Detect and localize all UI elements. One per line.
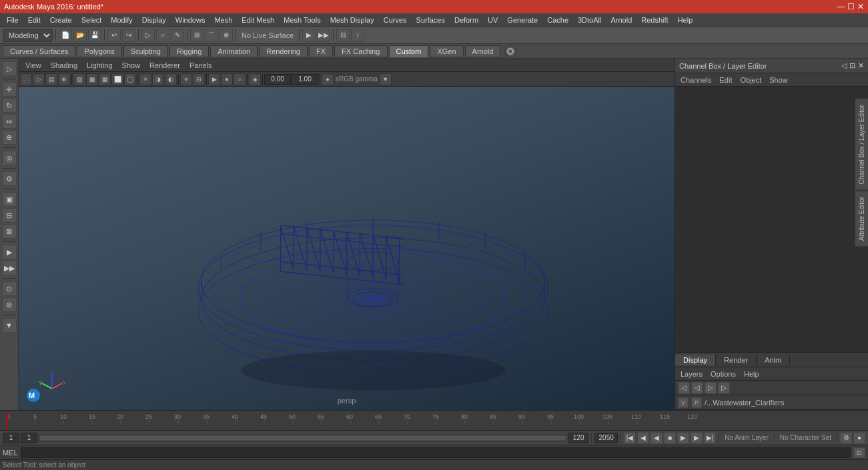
transform-tool-btn[interactable]: ⊕ <box>2 130 17 145</box>
vp-menu-view[interactable]: View <box>21 61 45 70</box>
vp-color-profile-dropdown[interactable]: ▼ <box>380 73 392 85</box>
maximize-icon[interactable]: ☐ <box>847 2 855 11</box>
paint-tool-btn[interactable]: ✎ <box>171 29 184 42</box>
tab-polygons[interactable]: Polygons <box>77 45 121 57</box>
render-all-btn[interactable]: ▶▶ <box>2 261 17 275</box>
vp-menu-shading[interactable]: Shading <box>47 61 81 70</box>
menu-modify[interactable]: Modify <box>107 15 136 25</box>
tool-settings-btn[interactable]: ⚙ <box>2 171 17 186</box>
layer-add-btn[interactable]: ◁ <box>678 382 690 394</box>
tab-arnold[interactable]: Arnold <box>465 45 501 57</box>
menu-deform[interactable]: Deform <box>450 15 482 25</box>
vp-menu-lighting[interactable]: Lighting <box>83 61 117 70</box>
snap-curve-btn[interactable]: ⌒ <box>205 29 218 42</box>
layout-btn-3[interactable]: ⊠ <box>2 224 17 239</box>
auto-key-btn[interactable]: ● <box>853 432 865 444</box>
vp-camera-btn[interactable]: 🎥 <box>20 73 32 85</box>
menu-surfaces[interactable]: Surfaces <box>412 15 449 25</box>
layer-visibility-btn[interactable]: V <box>678 397 689 408</box>
rotate-tool-btn[interactable]: ↻ <box>2 98 17 113</box>
save-scene-btn[interactable]: 💾 <box>88 29 101 42</box>
menu-file[interactable]: File <box>3 15 23 25</box>
undo-btn[interactable]: ↩ <box>107 29 121 42</box>
lp-menu-options[interactable]: Options <box>708 369 739 379</box>
layout-btn-2[interactable]: ⊟ <box>2 208 17 223</box>
panel-collapse-icon[interactable]: ◁ <box>841 61 847 70</box>
vp-render-btn[interactable]: ▶ <box>208 73 220 85</box>
menu-create[interactable]: Create <box>46 15 76 25</box>
layer-playback-btn[interactable]: P <box>691 397 702 408</box>
tab-sculpting[interactable]: Sculpting <box>123 45 168 57</box>
menu-mesh[interactable]: Mesh <box>210 15 236 25</box>
menu-redshift[interactable]: Redshift <box>637 15 672 25</box>
tab-xgen[interactable]: XGen <box>430 45 463 57</box>
menu-select[interactable]: Select <box>77 15 106 25</box>
tab-rendering[interactable]: Rendering <box>259 45 308 57</box>
layout-btn-1[interactable]: ▣ <box>2 192 17 207</box>
rp-menu-show[interactable]: Show <box>767 75 791 85</box>
select-mode-btn[interactable]: ▷ <box>2 61 17 76</box>
side-tab-channel-box[interactable]: Channel Box / Layer Editor <box>855 99 868 191</box>
range-end-input[interactable] <box>594 433 618 443</box>
vp-shading-1-btn[interactable]: ▨ <box>73 73 85 85</box>
hypershade-btn[interactable]: ⊘ <box>2 297 17 312</box>
vp-hud-btn[interactable]: ⊟ <box>193 73 205 85</box>
menu-generate[interactable]: Generate <box>503 15 542 25</box>
menu-arnold[interactable]: Arnold <box>606 15 636 25</box>
script-editor-btn[interactable]: ⊡ <box>853 447 865 458</box>
mode-dropdown[interactable]: Modeling <box>3 29 53 42</box>
layer-next-btn[interactable]: ▷ <box>705 382 717 394</box>
vp-menu-panels[interactable]: Panels <box>185 61 216 70</box>
frame-range-bar[interactable] <box>39 435 567 441</box>
layer-end-btn[interactable]: ▷ <box>718 382 730 394</box>
minimize-icon[interactable]: — <box>837 2 845 11</box>
tab-anim[interactable]: Anim <box>757 355 790 365</box>
snap-grid-btn[interactable]: ⊞ <box>190 29 203 42</box>
vp-menu-show[interactable]: Show <box>118 61 145 70</box>
vp-shadow-btn[interactable]: ◑ <box>152 73 164 85</box>
window-controls[interactable]: — ☐ ✕ <box>837 2 864 11</box>
new-scene-btn[interactable]: 📄 <box>59 29 72 42</box>
panel-float-icon[interactable]: ⊡ <box>849 61 855 70</box>
end-frame-input[interactable] <box>568 433 588 443</box>
current-frame-input[interactable]: 1 <box>3 433 19 443</box>
timeline[interactable]: 0 5 10 15 20 25 30 35 40 <box>0 410 868 430</box>
settings-btn[interactable]: ⚙ <box>840 432 852 444</box>
menu-3dtoall[interactable]: 3DtoAll <box>574 15 605 25</box>
input-output-btn[interactable]: ↕ <box>351 29 364 42</box>
tab-display[interactable]: Display <box>675 355 716 365</box>
vp-wireframe-btn[interactable]: ⬜ <box>111 73 123 85</box>
xray-btn[interactable]: ⊙ <box>2 281 17 296</box>
open-scene-btn[interactable]: 📂 <box>73 29 87 42</box>
redo-btn[interactable]: ↪ <box>122 29 135 42</box>
vp-circle-btn[interactable]: ○ <box>234 73 246 85</box>
lp-menu-layers[interactable]: Layers <box>678 369 705 379</box>
vp-smooth-btn[interactable]: ◯ <box>124 73 136 85</box>
vp-isolate-btn[interactable]: ◈ <box>249 73 261 85</box>
menu-display[interactable]: Display <box>138 15 170 25</box>
vp-select-mask-btn[interactable]: ▷ <box>33 73 45 85</box>
scale-tool-btn[interactable]: ⇔ <box>2 114 17 129</box>
go-end-btn[interactable]: ▶| <box>704 432 716 444</box>
play-back-btn[interactable]: ◀ <box>650 432 663 444</box>
tab-animation[interactable]: Animation <box>210 45 258 57</box>
menu-edit-mesh[interactable]: Edit Mesh <box>238 15 278 25</box>
lasso-tool-btn[interactable]: ○ <box>156 29 169 42</box>
menu-edit[interactable]: Edit <box>24 15 45 25</box>
menu-help[interactable]: Help <box>674 15 697 25</box>
more-tools-btn[interactable]: ▼ <box>2 318 17 333</box>
vp-value1-input[interactable]: 0.00 <box>264 74 291 85</box>
vp-shading-2-btn[interactable]: ▩ <box>86 73 98 85</box>
tab-curves-surfaces[interactable]: Curves / Surfaces <box>3 45 75 57</box>
next-frame-btn[interactable]: ▶ <box>691 432 703 444</box>
viewport-canvas[interactable]: .wire { stroke: #1a237e; stroke-width: 0… <box>19 87 675 410</box>
lp-menu-help[interactable]: Help <box>741 369 762 379</box>
render-region-btn[interactable]: ▶ <box>2 245 17 259</box>
vp-select-all-btn[interactable]: ▤ <box>45 73 57 85</box>
vp-value2-input[interactable]: 1.00 <box>292 74 318 85</box>
vp-grid-btn[interactable]: # <box>180 73 192 85</box>
close-icon[interactable]: ✕ <box>857 2 864 11</box>
tab-fx[interactable]: FX <box>309 45 333 57</box>
menu-windows[interactable]: Windows <box>171 15 209 25</box>
layer-prev-btn[interactable]: ◁ <box>691 382 703 394</box>
